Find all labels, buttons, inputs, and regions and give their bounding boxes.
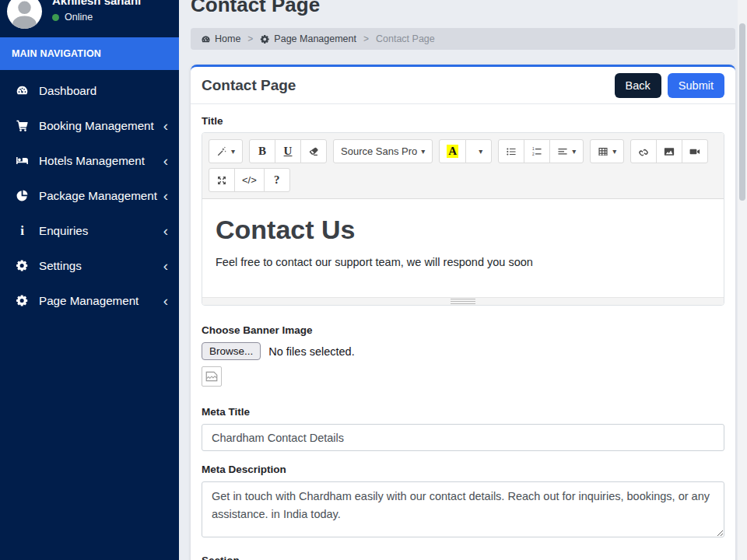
rich-text-editor: ▾ B U Source Sans Pro xyxy=(202,132,724,306)
sidebar-item-booking-management[interactable]: Booking Management ‹ xyxy=(0,108,179,143)
resize-handle[interactable] xyxy=(451,298,475,305)
ordered-list-button[interactable] xyxy=(524,139,550,163)
paragraph-align-dropdown[interactable]: ▾ xyxy=(549,139,584,163)
info-icon: i xyxy=(12,224,32,237)
gear-icon xyxy=(12,259,32,272)
fullscreen-button[interactable] xyxy=(209,168,235,192)
breadcrumb-page-management[interactable]: Page Management xyxy=(260,33,356,44)
editor-paragraph[interactable]: Feel free to contact our support team, w… xyxy=(216,256,710,268)
video-icon xyxy=(689,146,700,157)
link-icon xyxy=(638,146,649,157)
sidebar-item-hotels-management[interactable]: Hotels Management ‹ xyxy=(0,143,179,178)
table-icon xyxy=(598,146,608,157)
picture-icon xyxy=(664,146,675,157)
meta-title-label: Meta Title xyxy=(202,406,724,418)
user-status: Online xyxy=(52,12,141,23)
unordered-list-button[interactable] xyxy=(498,139,524,163)
breadcrumb: Home > Page Management > Contact Page xyxy=(191,28,735,50)
user-name: Akhilesh sahani xyxy=(52,0,141,7)
gear-icon xyxy=(12,294,32,307)
expand-arrows-icon xyxy=(216,175,227,186)
sidebar-item-page-management[interactable]: Page Management ‹ xyxy=(0,283,179,318)
magic-wand-icon xyxy=(216,146,227,157)
scrollbar-thumb[interactable] xyxy=(739,23,745,201)
editor-toolbar: ▾ B U Source Sans Pro xyxy=(202,133,724,199)
chevron-left-icon: ‹ xyxy=(163,190,168,202)
vertical-scrollbar[interactable] xyxy=(738,0,747,560)
font-color-button[interactable]: A xyxy=(439,139,466,163)
breadcrumb-current: Contact Page xyxy=(376,33,435,44)
clear-formatting-button[interactable] xyxy=(300,139,327,163)
style-dropdown-button[interactable]: ▾ xyxy=(209,139,243,163)
meta-description-textarea[interactable]: Get in touch with Chardham easily with o… xyxy=(202,481,724,537)
code-view-button[interactable]: </> xyxy=(234,168,265,192)
card-body: Title ▾ B U xyxy=(191,104,735,560)
editor-heading[interactable]: Contact Us xyxy=(216,215,710,245)
avatar[interactable] xyxy=(7,0,42,29)
editor-statusbar xyxy=(202,297,724,305)
caret-down-icon: ▾ xyxy=(421,147,425,156)
underline-button[interactable]: U xyxy=(275,139,301,163)
sidebar-item-package-management[interactable]: Package Management ‹ xyxy=(0,178,179,213)
tachometer-icon xyxy=(12,84,32,97)
insert-image-button[interactable] xyxy=(656,139,682,163)
back-button[interactable]: Back xyxy=(615,73,661,98)
chevron-left-icon: ‹ xyxy=(163,295,168,307)
file-status-text: No files selected. xyxy=(268,345,354,358)
breadcrumb-home[interactable]: Home xyxy=(201,33,240,44)
meta-title-input[interactable] xyxy=(202,424,724,451)
banner-image-label: Choose Banner Image xyxy=(202,324,724,336)
section-label: Section xyxy=(202,555,724,560)
pie-chart-icon xyxy=(12,189,32,202)
insert-video-button[interactable] xyxy=(682,139,708,163)
title-label: Title xyxy=(202,115,724,127)
table-dropdown[interactable]: ▾ xyxy=(590,139,624,163)
caret-down-icon: ▾ xyxy=(572,147,576,156)
meta-description-label: Meta Description xyxy=(202,464,724,475)
align-left-icon xyxy=(557,146,568,157)
bold-button[interactable]: B xyxy=(249,139,275,163)
online-dot-icon xyxy=(52,14,59,21)
caret-down-icon: ▾ xyxy=(612,147,616,156)
chevron-left-icon: ‹ xyxy=(163,155,168,167)
insert-link-button[interactable] xyxy=(630,139,657,163)
sidebar: Akhilesh sahani Online MAIN NAVIGATION D… xyxy=(0,0,179,560)
submit-button[interactable]: Submit xyxy=(668,73,724,98)
dashboard-icon xyxy=(201,34,211,44)
broken-image-icon xyxy=(205,369,219,383)
main-content: Contact Page Home > Page Management > Co… xyxy=(179,0,747,560)
chevron-left-icon: ‹ xyxy=(163,260,168,272)
sidebar-item-dashboard[interactable]: Dashboard xyxy=(0,73,179,108)
breadcrumb-separator: > xyxy=(363,33,369,44)
list-ul-icon xyxy=(506,146,517,157)
banner-preview-placeholder xyxy=(202,366,222,387)
sidebar-item-settings[interactable]: Settings ‹ xyxy=(0,248,179,283)
list-ol-icon xyxy=(531,146,542,157)
sidebar-nav: Dashboard Booking Management ‹ Hotels Ma… xyxy=(0,70,179,318)
help-button[interactable]: ? xyxy=(264,168,290,192)
gear-icon xyxy=(260,34,270,44)
user-panel: Akhilesh sahani Online xyxy=(0,0,179,33)
page-title: Contact Page xyxy=(191,0,735,16)
eraser-icon xyxy=(308,146,319,157)
browse-button[interactable]: Browse... xyxy=(202,342,261,360)
card-title: Contact Page xyxy=(202,77,296,94)
chevron-left-icon: ‹ xyxy=(163,225,168,237)
font-family-dropdown[interactable]: Source Sans Pro ▾ xyxy=(333,139,433,163)
contact-page-card: Contact Page Back Submit Title ▾ xyxy=(191,65,735,560)
person-icon xyxy=(7,0,42,29)
bed-icon xyxy=(12,154,32,167)
caret-down-icon: ▾ xyxy=(479,147,482,156)
caret-down-icon: ▾ xyxy=(231,147,235,156)
font-color-icon: A xyxy=(447,145,458,158)
sidebar-item-enquiries[interactable]: i Enquiries ‹ xyxy=(0,213,179,248)
breadcrumb-separator: > xyxy=(247,33,253,44)
font-color-dropdown[interactable]: ▾ xyxy=(465,139,492,163)
nav-section-header: MAIN NAVIGATION xyxy=(0,37,179,70)
shopping-cart-icon xyxy=(12,119,32,132)
chevron-left-icon: ‹ xyxy=(163,120,168,132)
online-status-text: Online xyxy=(65,12,93,23)
editor-content-area[interactable]: Contact Us Feel free to contact our supp… xyxy=(202,199,724,297)
card-header: Contact Page Back Submit xyxy=(191,67,735,104)
banner-file-input: Browse... No files selected. xyxy=(202,342,724,360)
